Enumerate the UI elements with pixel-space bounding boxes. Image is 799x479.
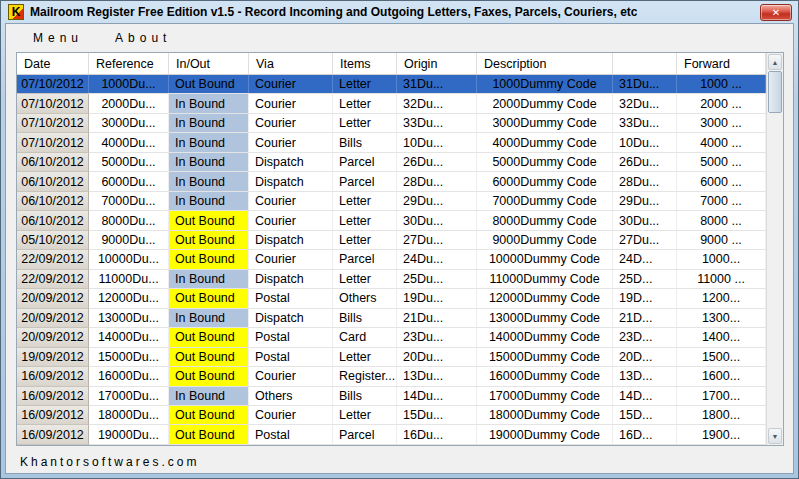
cell-via: Courier: [249, 406, 333, 424]
scrollbar-thumb[interactable]: [768, 71, 782, 113]
cell-date: 16/09/2012: [17, 367, 89, 386]
column-header-extra[interactable]: [613, 53, 677, 74]
cell-origin: 14Du...: [397, 387, 477, 405]
cell-in-out: Out Bound: [169, 328, 249, 346]
cell-forward: 1000 ...: [677, 75, 766, 93]
cell-in-out: In Bound: [169, 387, 249, 405]
cell-reference: 18000Du...: [89, 406, 169, 424]
cell-via: Courier: [249, 192, 333, 210]
cell-date: 07/10/2012: [17, 114, 89, 133]
cell-reference: 11000Du...: [89, 270, 169, 288]
cell-extra: 21D...: [613, 309, 677, 327]
scrollbar-track[interactable]: [767, 113, 783, 427]
cell-items: Letter: [333, 114, 397, 132]
column-header-description[interactable]: Description: [477, 53, 613, 74]
cell-in-out: Out Bound: [169, 367, 249, 385]
app-icon: K: [8, 4, 24, 20]
cell-reference: 2000Du...: [89, 94, 169, 112]
cell-forward: 5000 ...: [677, 153, 766, 171]
column-header-in-out[interactable]: In/Out: [169, 53, 249, 74]
menu-item-about[interactable]: About: [115, 31, 171, 45]
scroll-up-button[interactable]: ▲: [768, 54, 782, 70]
cell-extra: 10Du...: [613, 133, 677, 151]
cell-via: Postal: [249, 348, 333, 366]
column-header-origin[interactable]: Origin: [397, 53, 477, 74]
cell-items: Letter: [333, 270, 397, 288]
cell-reference: 16000Du...: [89, 367, 169, 385]
table-row[interactable]: 06/10/20126000Du...In BoundDispatchParce…: [17, 172, 766, 191]
cell-items: Parcel: [333, 250, 397, 268]
cell-origin: 26Du...: [397, 153, 477, 171]
cell-items: Letter: [333, 94, 397, 112]
table-row[interactable]: 16/09/201217000Du...In BoundOthersBills1…: [17, 387, 766, 406]
cell-origin: 13Du...: [397, 367, 477, 385]
cell-forward: 1600...: [677, 367, 766, 385]
cell-items: Parcel: [333, 153, 397, 171]
cell-forward: 1400...: [677, 328, 766, 346]
cell-items: Bills: [333, 387, 397, 405]
cell-items: Others: [333, 289, 397, 307]
cell-date: 16/09/2012: [17, 425, 89, 444]
table-row[interactable]: 16/09/201218000Du...Out BoundCourierLett…: [17, 406, 766, 425]
table-row[interactable]: 16/09/201219000Du...Out BoundPostalParce…: [17, 425, 766, 444]
cell-description: 6000Dummy Code: [477, 172, 613, 190]
cell-description: 5000Dummy Code: [477, 153, 613, 171]
table-row[interactable]: 20/09/201212000Du...Out BoundPostalOther…: [17, 289, 766, 308]
table-row[interactable]: 07/10/20121000Du...Out BoundCourierLette…: [17, 75, 766, 94]
cell-reference: 1000Du...: [89, 75, 169, 93]
cell-date: 06/10/2012: [17, 211, 89, 230]
vertical-scrollbar[interactable]: ▲ ▼: [766, 53, 783, 445]
cell-origin: 32Du...: [397, 94, 477, 112]
column-header-via[interactable]: Via: [249, 53, 333, 74]
table-row[interactable]: 07/10/20123000Du...In BoundCourierLetter…: [17, 114, 766, 133]
cell-description: 2000Dummy Code: [477, 94, 613, 112]
column-header-items[interactable]: Items: [333, 53, 397, 74]
table-row[interactable]: 16/09/201216000Du...Out BoundCourierRegi…: [17, 367, 766, 386]
scroll-down-button[interactable]: ▼: [768, 428, 782, 444]
table-row[interactable]: 20/09/201213000Du...In BoundDispatchBill…: [17, 309, 766, 328]
cell-date: 07/10/2012: [17, 94, 89, 113]
table-row[interactable]: 05/10/20129000Du...Out BoundDispatchLett…: [17, 231, 766, 250]
cell-in-out: In Bound: [169, 172, 249, 190]
scroll-up-icon: ▲: [772, 59, 779, 66]
column-header-date[interactable]: Date: [17, 53, 89, 74]
cell-description: 7000Dummy Code: [477, 192, 613, 210]
cell-origin: 24Du...: [397, 250, 477, 268]
menu-item-menu[interactable]: Menu: [33, 31, 83, 45]
cell-origin: 21Du...: [397, 309, 477, 327]
cell-date: 20/09/2012: [17, 309, 89, 328]
cell-via: Postal: [249, 328, 333, 346]
cell-via: Postal: [249, 425, 333, 443]
cell-date: 07/10/2012: [17, 133, 89, 152]
cell-forward: 3000 ...: [677, 114, 766, 132]
column-header-forward[interactable]: Forward: [677, 53, 766, 74]
cell-items: Parcel: [333, 425, 397, 443]
cell-in-out: In Bound: [169, 133, 249, 151]
table-row[interactable]: 06/10/20128000Du...Out BoundCourierLette…: [17, 211, 766, 230]
cell-forward: 1000...: [677, 250, 766, 268]
table-row[interactable]: 06/10/20127000Du...In BoundCourierLetter…: [17, 192, 766, 211]
cell-description: 19000Dummy Code: [477, 425, 613, 443]
cell-origin: 31Du...: [397, 75, 477, 93]
cell-reference: 8000Du...: [89, 211, 169, 229]
table-row[interactable]: 07/10/20122000Du...In BoundCourierLetter…: [17, 94, 766, 113]
cell-in-out: Out Bound: [169, 348, 249, 366]
title-bar[interactable]: K Mailroom Register Free Edition v1.5 - …: [5, 1, 794, 23]
cell-origin: 28Du...: [397, 172, 477, 190]
cell-via: Dispatch: [249, 153, 333, 171]
table-row[interactable]: 07/10/20124000Du...In BoundCourierBills1…: [17, 133, 766, 152]
table-row[interactable]: 22/09/201211000Du...In BoundDispatchLett…: [17, 270, 766, 289]
cell-description: 3000Dummy Code: [477, 114, 613, 132]
cell-origin: 19Du...: [397, 289, 477, 307]
table-row[interactable]: 19/09/201215000Du...Out BoundPostalLette…: [17, 348, 766, 367]
table-row[interactable]: 20/09/201214000Du...Out BoundPostalCard2…: [17, 328, 766, 347]
close-button[interactable]: ✕: [760, 4, 792, 21]
column-header-reference[interactable]: Reference: [89, 53, 169, 74]
cell-reference: 10000Du...: [89, 250, 169, 268]
table-row[interactable]: 22/09/201210000Du...Out BoundCourierParc…: [17, 250, 766, 269]
cell-items: Bills: [333, 133, 397, 151]
cell-in-out: Out Bound: [169, 250, 249, 268]
cell-date: 06/10/2012: [17, 172, 89, 191]
cell-date: 07/10/2012: [17, 75, 89, 94]
table-row[interactable]: 06/10/20125000Du...In BoundDispatchParce…: [17, 153, 766, 172]
